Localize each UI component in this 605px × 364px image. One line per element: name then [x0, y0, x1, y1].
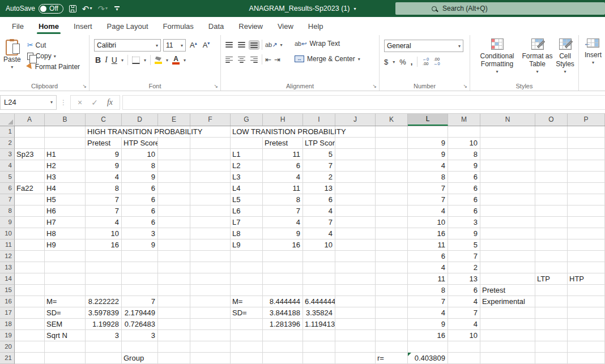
cell-A8[interactable] — [15, 205, 45, 217]
tab-data[interactable]: Data — [201, 18, 231, 35]
cell-J15[interactable] — [335, 285, 376, 296]
cell-J9[interactable] — [335, 217, 376, 228]
cell-M2[interactable]: 10 — [448, 138, 480, 149]
cell-O1[interactable] — [535, 126, 568, 138]
cell-I10[interactable]: 4 — [303, 228, 335, 239]
cell-P12[interactable] — [568, 251, 605, 262]
cell-K15[interactable] — [376, 285, 408, 296]
chevron-down-icon[interactable]: ▾ — [50, 100, 53, 105]
cell-J19[interactable] — [335, 330, 376, 341]
cell-G13[interactable] — [231, 262, 263, 273]
cell-E11[interactable] — [158, 239, 190, 251]
column-header-M[interactable]: M — [448, 114, 480, 126]
cell-F3[interactable] — [190, 149, 231, 160]
cell-G16[interactable]: M= — [231, 296, 263, 307]
font-color-icon[interactable]: A — [172, 56, 180, 65]
cell-K20[interactable] — [376, 341, 408, 353]
borders-icon[interactable] — [132, 57, 140, 64]
cell-H6[interactable]: 11 — [263, 183, 303, 194]
cell-B10[interactable]: H8 — [45, 228, 86, 239]
cell-C21[interactable] — [86, 353, 122, 364]
cell-E3[interactable] — [158, 149, 190, 160]
cell-L11[interactable]: 11 — [408, 239, 448, 251]
cell-B2[interactable] — [45, 138, 86, 149]
cell-I4[interactable]: 7 — [303, 160, 335, 172]
cell-M13[interactable]: 2 — [448, 262, 480, 273]
cell-E4[interactable] — [158, 160, 190, 172]
cell-I13[interactable] — [303, 262, 335, 273]
cell-E19[interactable] — [158, 330, 190, 341]
cell-C10[interactable]: 10 — [86, 228, 122, 239]
cell-B18[interactable]: SEM — [45, 319, 86, 330]
cell-J5[interactable] — [335, 172, 376, 183]
cell-C13[interactable] — [86, 262, 122, 273]
cell-D5[interactable]: 9 — [122, 172, 158, 183]
chevron-down-icon[interactable]: ▾ — [393, 59, 395, 65]
cell-B8[interactable]: H6 — [45, 205, 86, 217]
cell-I18[interactable]: 1.119413 — [303, 319, 335, 330]
cell-O6[interactable] — [535, 183, 568, 194]
align-center-button[interactable] — [237, 55, 246, 64]
cell-P18[interactable] — [568, 319, 605, 330]
row-header-2[interactable]: 2 — [0, 138, 15, 149]
cell-L14[interactable]: 11 — [408, 273, 448, 285]
cell-I6[interactable]: 13 — [303, 183, 335, 194]
cell-E15[interactable] — [158, 285, 190, 296]
cell-N8[interactable] — [480, 205, 535, 217]
cancel-icon[interactable]: × — [78, 98, 82, 107]
cell-D9[interactable]: 6 — [122, 217, 158, 228]
cell-M1[interactable] — [448, 126, 480, 138]
decrease-decimal-button[interactable]: .00→0 — [433, 57, 440, 66]
cell-G18[interactable] — [231, 319, 263, 330]
cell-L21[interactable]: 0.403809 — [408, 353, 448, 364]
cell-E18[interactable] — [158, 319, 190, 330]
chevron-down-icon[interactable]: ▾ — [592, 59, 594, 67]
cell-N3[interactable] — [480, 149, 535, 160]
row-header-6[interactable]: 6 — [0, 183, 15, 194]
cell-H16[interactable]: 8.444444 — [263, 296, 303, 307]
cell-P8[interactable] — [568, 205, 605, 217]
cell-N9[interactable] — [480, 217, 535, 228]
cell-M16[interactable]: 4 — [448, 296, 480, 307]
save-icon[interactable] — [69, 5, 76, 12]
cell-O9[interactable] — [535, 217, 568, 228]
enter-icon[interactable]: ✓ — [91, 98, 98, 107]
increase-font-size-button[interactable]: A▴ — [188, 41, 199, 49]
cell-M7[interactable]: 6 — [448, 194, 480, 205]
chevron-down-icon[interactable]: ▾ — [166, 58, 168, 63]
cell-O19[interactable] — [535, 330, 568, 341]
cell-B6[interactable]: H4 — [45, 183, 86, 194]
cell-L16[interactable]: 7 — [408, 296, 448, 307]
cell-B16[interactable]: M= — [45, 296, 86, 307]
cell-B20[interactable] — [45, 341, 86, 353]
cell-E5[interactable] — [158, 172, 190, 183]
cell-K14[interactable] — [376, 273, 408, 285]
cell-N16[interactable]: Experimental — [480, 296, 535, 307]
cell-B13[interactable] — [45, 262, 86, 273]
cell-F6[interactable] — [190, 183, 231, 194]
cell-G4[interactable]: L2 — [231, 160, 263, 172]
cell-A17[interactable] — [15, 307, 45, 319]
cell-B7[interactable]: H5 — [45, 194, 86, 205]
cell-N15[interactable]: Pretest — [480, 285, 535, 296]
cell-C18[interactable]: 1.19928 — [86, 319, 122, 330]
chevron-down-icon[interactable]: ▾ — [144, 58, 146, 63]
decrease-font-size-button[interactable]: A▾ — [201, 41, 212, 49]
cell-H10[interactable]: 9 — [263, 228, 303, 239]
insert-function-icon[interactable]: fx — [107, 98, 113, 107]
cell-L1[interactable] — [408, 126, 448, 138]
cell-O3[interactable] — [535, 149, 568, 160]
cell-O20[interactable] — [535, 341, 568, 353]
cell-B15[interactable] — [45, 285, 86, 296]
cell-N10[interactable] — [480, 228, 535, 239]
row-header-14[interactable]: 14 — [0, 273, 15, 285]
cell-N18[interactable] — [480, 319, 535, 330]
cell-O18[interactable] — [535, 319, 568, 330]
cell-D10[interactable]: 3 — [122, 228, 158, 239]
cell-M3[interactable]: 8 — [448, 149, 480, 160]
cell-P19[interactable] — [568, 330, 605, 341]
column-header-L[interactable]: L — [408, 114, 448, 126]
cell-B4[interactable]: H2 — [45, 160, 86, 172]
chevron-down-icon[interactable]: ▾ — [564, 68, 566, 76]
tab-home[interactable]: Home — [31, 18, 66, 35]
